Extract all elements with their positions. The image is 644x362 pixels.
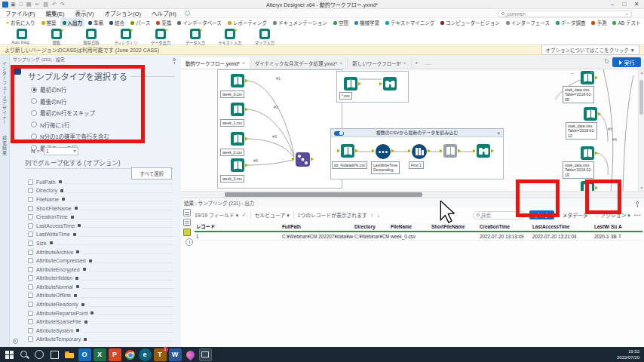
field-checkbox[interactable] <box>28 241 33 246</box>
results-view-icon[interactable] <box>183 229 191 236</box>
column-header[interactable]: LastAccessTime <box>531 222 593 232</box>
zoom-out-button[interactable]: − <box>570 69 574 77</box>
tool-category-tab[interactable]: データ調査 <box>554 18 588 27</box>
table-cell[interactable]: 384 <box>609 232 617 241</box>
table-cell[interactable]: C:¥Webinar¥CM 202207¥data¥week_0.csv <box>281 232 353 241</box>
sample-type-radio[interactable]: N行毎に1行 <box>31 121 109 129</box>
tool-caption[interactable]: dir_%datadir%.csv <box>332 161 367 169</box>
palette-tool[interactable]: ★ 閲覧 <box>39 27 74 44</box>
quickbar-icon[interactable]: ✂ <box>35 1 39 8</box>
field-checkbox[interactable] <box>28 179 33 185</box>
tab-overflow-button[interactable]: … <box>422 57 434 69</box>
tool-category-tab[interactable]: レポーティング <box>225 18 269 27</box>
tool-caption[interactable]: stwk_data.xlsx Table='2018-02- 19' <box>563 161 594 179</box>
sample-type-radio[interactable]: 最初のN行をスキップ <box>31 109 109 117</box>
tool-caption[interactable]: week_2.csv <box>220 149 244 156</box>
group-field-row[interactable]: AttributeArchive <box>28 249 173 256</box>
column-header[interactable]: CreationTime <box>478 222 531 232</box>
taskbar-app-icon[interactable] <box>124 348 136 361</box>
fields-dropdown[interactable]: 19/19 フィールド ▾ <box>195 211 238 219</box>
quickbar-icon[interactable]: ↶ <box>52 1 57 8</box>
input-tool-icon[interactable] <box>231 158 244 172</box>
arrow-down-icon[interactable]: ↓ <box>377 213 379 218</box>
tool-caption[interactable]: stwk_data.xlsx Table='2018-02- 05' <box>563 86 594 103</box>
tool-category-tab[interactable]: 入出力 <box>60 18 85 27</box>
sample-type-radio[interactable]: 最後のN行 <box>31 97 109 106</box>
table-cell[interactable]: C:¥Webinar¥CM 202207¥data¥ <box>353 232 389 241</box>
taskbar-app-icon[interactable] <box>18 348 31 361</box>
tool-category-tab[interactable]: 準備 <box>86 18 106 27</box>
tool-category-tab[interactable]: インデータベース <box>175 18 224 27</box>
tool-caption[interactable]: First 1 <box>409 161 424 169</box>
tool-category-tab[interactable]: 結合 <box>107 18 127 27</box>
workflow-tool-icon[interactable] <box>412 144 427 159</box>
tool-caption[interactable]: LastWriteTime Descending <box>371 161 400 174</box>
input-tool-icon[interactable] <box>231 103 244 116</box>
taskbar-clock[interactable]: 19:52 2022/07/20 <box>617 348 644 361</box>
canvas-vertical-scrollbar[interactable]: ▲ ▼ <box>638 69 644 191</box>
tool-category-tab[interactable]: AB テスト <box>610 18 642 27</box>
table-cell[interactable]: week_0.csv <box>389 232 430 241</box>
table-cell[interactable]: T <box>617 232 642 241</box>
close-button[interactable]: ✕ <box>630 0 642 8</box>
palette-tool[interactable]: ★ 現在日時 <box>74 27 109 44</box>
clear-search-icon[interactable]: × <box>625 11 628 17</box>
group-field-row[interactable]: AttributeTemporary <box>28 336 173 343</box>
workflow-tool-icon[interactable] <box>376 144 391 159</box>
menu-item[interactable]: オプション(O) <box>100 9 146 17</box>
menu-item[interactable]: ヘルプ(H) <box>146 9 182 17</box>
config-gear-icon[interactable] <box>13 339 18 344</box>
column-header[interactable]: FullPath <box>281 222 353 232</box>
quickbar-icon[interactable]: □ <box>20 1 23 8</box>
input-tool-icon[interactable] <box>344 77 357 90</box>
global-search-input[interactable]: commen × <box>498 11 632 17</box>
table-row[interactable]: 1C:¥Webinar¥CM 202207¥data¥week_0.csvC:¥… <box>195 232 642 241</box>
zoom-in-button[interactable]: + <box>590 69 593 77</box>
field-checkbox[interactable] <box>28 267 33 272</box>
quickbar-icon[interactable]: ▤ <box>26 1 32 8</box>
table-cell[interactable]: 2022-07-20 13:21:04 <box>531 232 593 241</box>
tool-caption[interactable]: week_0.csv <box>220 90 244 98</box>
tool-category-tab[interactable]: ★ お気に入り <box>3 18 38 27</box>
results-search-input[interactable]: 検索 <box>473 211 526 219</box>
group-field-row[interactable]: FileName <box>28 196 173 203</box>
tool-category-tab[interactable]: パース <box>128 18 152 27</box>
column-header[interactable]: Directory <box>353 222 389 232</box>
taskbar-app-icon[interactable] <box>33 348 46 361</box>
field-checkbox[interactable] <box>28 284 33 290</box>
table-cell[interactable]: 2022-07-20 13:13:49 <box>478 232 531 241</box>
taskbar-app-icon[interactable] <box>184 348 197 361</box>
tool-caption[interactable]: stwk_data.xlsx Table='2018-02- 12' <box>566 122 597 140</box>
column-header[interactable]: FileName <box>389 222 430 232</box>
browse-tool-icon[interactable] <box>383 77 397 90</box>
results-view-icon[interactable] <box>183 219 191 226</box>
column-header[interactable]: ShortFileName <box>430 222 478 232</box>
union-tool-icon[interactable] <box>296 152 310 167</box>
radio-icon[interactable] <box>31 98 37 104</box>
field-checkbox[interactable] <box>28 275 33 281</box>
group-field-row[interactable]: Size <box>28 240 173 247</box>
input-tool-icon[interactable] <box>581 181 594 191</box>
field-checkbox[interactable] <box>28 319 33 324</box>
input-tool-icon[interactable] <box>231 132 244 146</box>
group-field-row[interactable]: AttributeReadonly <box>28 301 173 308</box>
field-checkbox[interactable] <box>28 197 33 202</box>
palette-tool[interactable]: ★ マップ入力 <box>247 27 282 44</box>
taskbar-app-icon[interactable] <box>63 348 76 361</box>
tab-close-icon[interactable]: × <box>403 60 406 66</box>
group-field-row[interactable]: AttributeSystem <box>28 327 173 334</box>
group-field-row[interactable]: Directory <box>28 188 173 195</box>
tool-category-tab[interactable]: テキストマイニング <box>383 18 437 27</box>
select-all-button[interactable]: すべて選択 <box>131 167 172 179</box>
results-view-icon[interactable] <box>186 238 193 246</box>
palette-tool[interactable]: ★ ディレクトリ <box>109 27 143 44</box>
field-checkbox[interactable] <box>28 258 33 263</box>
tool-category-tab[interactable]: 変換 <box>154 18 173 27</box>
arrow-up-icon[interactable]: ↑ <box>371 213 373 218</box>
palette-tool[interactable]: ★ データ入力 <box>178 27 213 44</box>
field-checkbox[interactable] <box>28 188 33 193</box>
group-field-row[interactable]: AttributeNormal <box>28 284 173 290</box>
canvas-horizontal-scrollbar[interactable] <box>181 191 644 198</box>
group-field-row[interactable]: AttributeCompressed <box>28 257 173 264</box>
table-cell[interactable]: 1 <box>195 232 281 241</box>
